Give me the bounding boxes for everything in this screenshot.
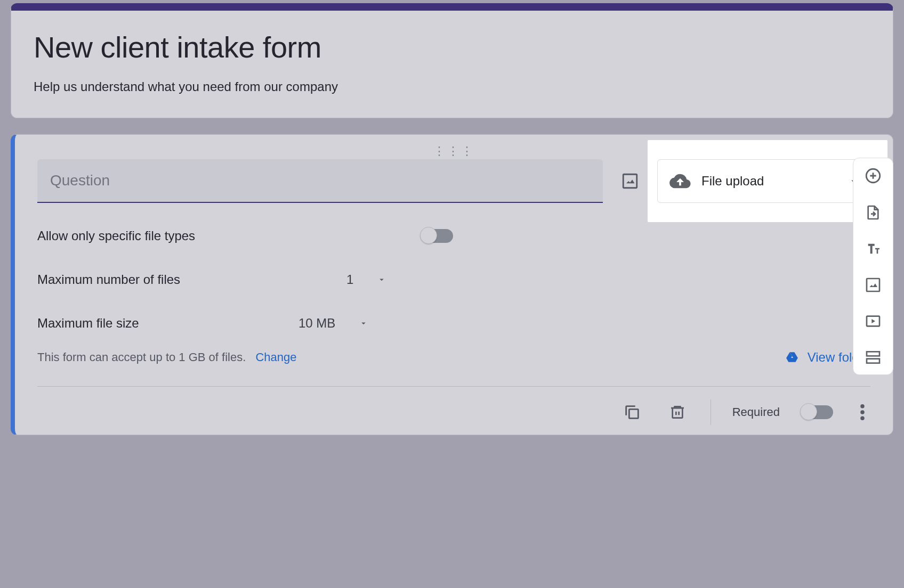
vertical-divider bbox=[711, 399, 711, 425]
svg-rect-10 bbox=[867, 359, 879, 363]
svg-point-4 bbox=[860, 410, 865, 414]
caret-down-icon bbox=[359, 318, 368, 328]
add-question-button[interactable] bbox=[864, 167, 882, 185]
svg-point-5 bbox=[860, 416, 865, 421]
question-card: ⋮⋮⋮ bbox=[11, 134, 893, 435]
max-files-value: 1 bbox=[346, 272, 353, 287]
svg-rect-7 bbox=[867, 279, 879, 291]
max-size-label: Maximum file size bbox=[37, 316, 298, 331]
delete-button[interactable] bbox=[666, 401, 689, 424]
allow-specific-types-toggle[interactable] bbox=[421, 229, 453, 243]
allow-specific-types-label: Allow only specific file types bbox=[37, 228, 346, 243]
change-storage-link[interactable]: Change bbox=[255, 350, 296, 364]
max-files-dropdown[interactable]: 1 bbox=[346, 272, 386, 287]
add-image-button[interactable] bbox=[865, 276, 882, 293]
storage-note-row: This form can accept up to 1 GB of files… bbox=[37, 350, 297, 364]
caret-down-icon bbox=[377, 275, 386, 284]
svg-point-3 bbox=[860, 404, 865, 409]
duplicate-button[interactable] bbox=[620, 400, 644, 424]
max-size-value: 10 MB bbox=[298, 316, 335, 331]
form-header-card: New client intake form Help us understan… bbox=[11, 3, 893, 118]
add-section-button[interactable] bbox=[865, 349, 882, 366]
form-title[interactable]: New client intake form bbox=[34, 30, 870, 64]
divider bbox=[37, 386, 870, 387]
cloud-upload-icon bbox=[669, 170, 691, 192]
add-image-icon[interactable] bbox=[618, 169, 642, 193]
question-type-dropdown[interactable]: File upload bbox=[657, 159, 870, 203]
storage-note: This form can accept up to 1 GB of files… bbox=[37, 350, 246, 364]
more-options-button[interactable] bbox=[854, 402, 870, 422]
svg-rect-0 bbox=[623, 174, 637, 188]
form-description[interactable]: Help us understand what you need from ou… bbox=[34, 79, 870, 94]
import-questions-button[interactable] bbox=[865, 204, 882, 221]
max-files-label: Maximum number of files bbox=[37, 272, 346, 287]
add-video-button[interactable] bbox=[865, 313, 882, 330]
add-title-button[interactable] bbox=[865, 240, 882, 257]
drive-icon bbox=[784, 350, 800, 364]
svg-rect-9 bbox=[867, 352, 879, 356]
floating-toolbar bbox=[853, 158, 893, 375]
required-label: Required bbox=[732, 405, 780, 419]
question-input[interactable] bbox=[50, 172, 590, 189]
svg-rect-1 bbox=[629, 409, 638, 418]
question-input-container bbox=[37, 159, 603, 203]
max-size-dropdown[interactable]: 10 MB bbox=[298, 316, 368, 331]
required-toggle[interactable] bbox=[801, 405, 833, 419]
question-type-label: File upload bbox=[701, 174, 838, 189]
svg-rect-2 bbox=[672, 408, 682, 418]
